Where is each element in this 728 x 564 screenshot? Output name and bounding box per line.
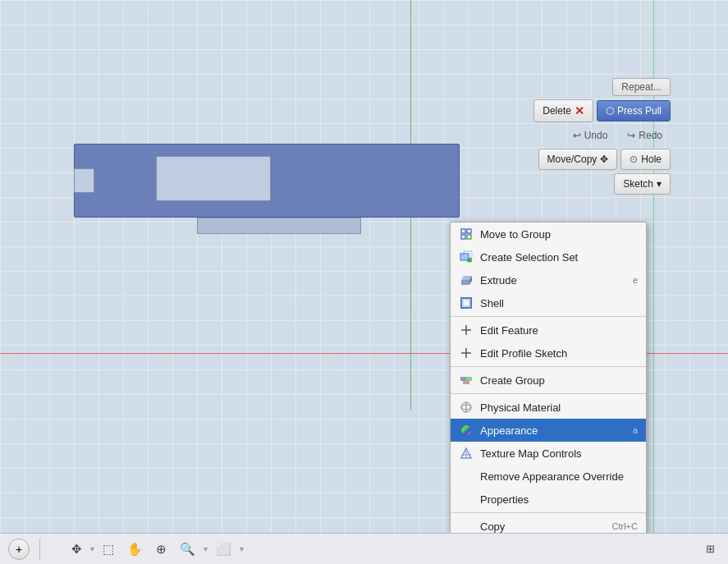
menu-label-properties: Properties <box>480 493 529 506</box>
svg-rect-0 <box>461 229 465 233</box>
menu-label-remove-appearance-override: Remove Appearance Override <box>480 470 624 483</box>
toolbar-row-repeat: Repeat... <box>612 78 671 96</box>
undo-arrow-icon: ↩ <box>573 130 581 141</box>
undo-label: Undo <box>584 130 608 141</box>
box-select-button[interactable]: ⬚ <box>98 539 119 560</box>
menu-item-edit-profile-sketch[interactable]: Edit Profile Sketch <box>451 342 646 365</box>
redo-arrow-icon: ↪ <box>627 130 635 141</box>
object-cutout <box>156 156 271 201</box>
menu-item-move-to-group[interactable]: Move to Group <box>451 222 646 245</box>
press-pull-icon: ⬡ <box>606 105 614 117</box>
move-tool-button[interactable]: ✥ <box>66 539 87 560</box>
bottom-right-tools: ⊞ <box>701 539 720 558</box>
menu-item-appearance[interactable]: Appearancea <box>451 419 646 442</box>
object-notch <box>74 168 94 193</box>
menu-label-physical-material: Physical Material <box>480 401 561 414</box>
menu-icon-edit-profile-sketch <box>459 346 474 360</box>
toolbar-row-undo: ↩ Undo ↪ Redo <box>565 126 671 145</box>
menu-item-remove-appearance-override[interactable]: Remove Appearance Override <box>451 465 646 488</box>
grid-toggle-button[interactable]: ⊞ <box>701 539 720 558</box>
menu-label-shell: Shell <box>480 297 504 310</box>
menu-icon-extrude <box>459 273 474 287</box>
svg-rect-3 <box>467 235 471 239</box>
svg-rect-19 <box>463 381 469 384</box>
hole-label: Hole <box>641 154 662 165</box>
menu-shortcut-appearance: a <box>633 425 638 435</box>
move-icon: ✥ <box>600 154 608 165</box>
svg-rect-1 <box>467 229 471 233</box>
menu-label-copy: Copy <box>480 520 505 533</box>
delete-button[interactable]: Delete ✕ <box>533 99 593 122</box>
menu-icon-shell <box>459 296 474 310</box>
add-button[interactable]: + <box>8 539 30 560</box>
menu-icon-copy <box>459 519 474 534</box>
delete-x-icon: ✕ <box>575 104 584 117</box>
menu-label-create-selection-set: Create Selection Set <box>480 251 578 264</box>
svg-rect-12 <box>463 300 469 306</box>
menu-sep-sep2 <box>451 366 646 367</box>
hole-button[interactable]: ⊙ Hole <box>620 149 671 170</box>
menu-item-physical-material[interactable]: Physical Material <box>451 396 646 419</box>
sketch-button[interactable]: Sketch ▾ <box>614 173 671 195</box>
menu-item-properties[interactable]: Properties <box>451 488 646 511</box>
press-pull-label: Press Pull <box>617 105 662 117</box>
press-pull-button[interactable]: ⬡ Press Pull <box>597 100 671 122</box>
menu-sep-sep3 <box>451 393 646 394</box>
menu-icon-texture-map-controls <box>459 446 474 461</box>
menu-shortcut-copy: Ctrl+C <box>612 521 638 531</box>
menu-item-create-group[interactable]: Create Group <box>451 369 646 392</box>
menu-icon-create-selection-set: + <box>459 250 474 264</box>
menu-label-create-group: Create Group <box>480 374 545 387</box>
menu-icon-edit-feature <box>459 323 474 337</box>
undo-button[interactable]: ↩ Undo <box>565 126 616 145</box>
menu-icon-properties <box>459 492 474 507</box>
delete-label: Delete <box>543 105 571 117</box>
fit-button[interactable]: 🔍 <box>175 539 200 560</box>
tool-separator-2: ▾ <box>204 544 208 553</box>
display-mode-button[interactable]: ⬜ <box>211 539 236 560</box>
menu-icon-move-to-group <box>459 227 474 241</box>
menu-icon-create-group <box>459 373 474 387</box>
redo-label: Redo <box>639 130 662 141</box>
svg-rect-18 <box>466 377 472 381</box>
svg-text:+: + <box>469 259 471 264</box>
bottom-tools: ✥ ▾ ⬚ ✋ ⊕ 🔍 ▾ ⬜ ▾ <box>66 539 244 560</box>
context-menu: Move to Group+Create Selection SetExtrud… <box>450 222 647 564</box>
menu-sep-sep4 <box>451 512 646 513</box>
menu-label-edit-feature: Edit Feature <box>480 324 538 337</box>
hole-icon: ⊙ <box>630 154 638 165</box>
menu-item-shell[interactable]: Shell <box>451 291 646 314</box>
menu-item-texture-map-controls[interactable]: Texture Map Controls <box>451 442 646 465</box>
svg-point-23 <box>461 425 471 435</box>
toolbar-row-delete: Delete ✕ ⬡ Press Pull <box>533 99 671 122</box>
move-copy-button[interactable]: Move/Copy ✥ <box>538 149 618 170</box>
menu-sep-sep1 <box>451 316 646 317</box>
sketch-label: Sketch <box>623 178 653 190</box>
object-tab <box>197 218 361 234</box>
menu-icon-physical-material <box>459 400 474 415</box>
repeat-button[interactable]: Repeat... <box>612 78 671 96</box>
zoom-button[interactable]: ⊕ <box>151 539 172 560</box>
tool-separator-3: ▾ <box>240 544 244 553</box>
menu-item-extrude[interactable]: Extrudee <box>451 268 646 291</box>
toolbar-row-move: Move/Copy ✥ ⊙ Hole <box>538 149 671 170</box>
menu-item-edit-feature[interactable]: Edit Feature <box>451 319 646 342</box>
menu-label-edit-profile-sketch: Edit Profile Sketch <box>480 347 567 360</box>
toolbar-separator <box>39 539 40 560</box>
svg-rect-8 <box>461 280 469 285</box>
svg-rect-17 <box>460 377 466 381</box>
toolbar-row-sketch: Sketch ▾ <box>614 173 671 195</box>
menu-label-move-to-group: Move to Group <box>480 228 551 241</box>
move-copy-label: Move/Copy <box>547 154 598 165</box>
menu-label-extrude: Extrude <box>480 274 517 287</box>
menu-shortcut-extrude: e <box>633 275 638 285</box>
menu-item-create-selection-set[interactable]: +Create Selection Set <box>451 245 646 268</box>
menu-icon-remove-appearance-override <box>459 469 474 484</box>
pan-button[interactable]: ✋ <box>122 539 148 560</box>
bottom-toolbar: + ✥ ▾ ⬚ ✋ ⊕ 🔍 ▾ ⬜ ▾ ⊞ <box>0 533 728 564</box>
menu-label-texture-map-controls: Texture Map Controls <box>480 447 582 460</box>
redo-button[interactable]: ↪ Redo <box>619 126 671 145</box>
sketch-chevron-icon: ▾ <box>657 178 662 190</box>
menu-label-appearance: Appearance <box>480 424 538 437</box>
3d-object <box>74 144 460 234</box>
